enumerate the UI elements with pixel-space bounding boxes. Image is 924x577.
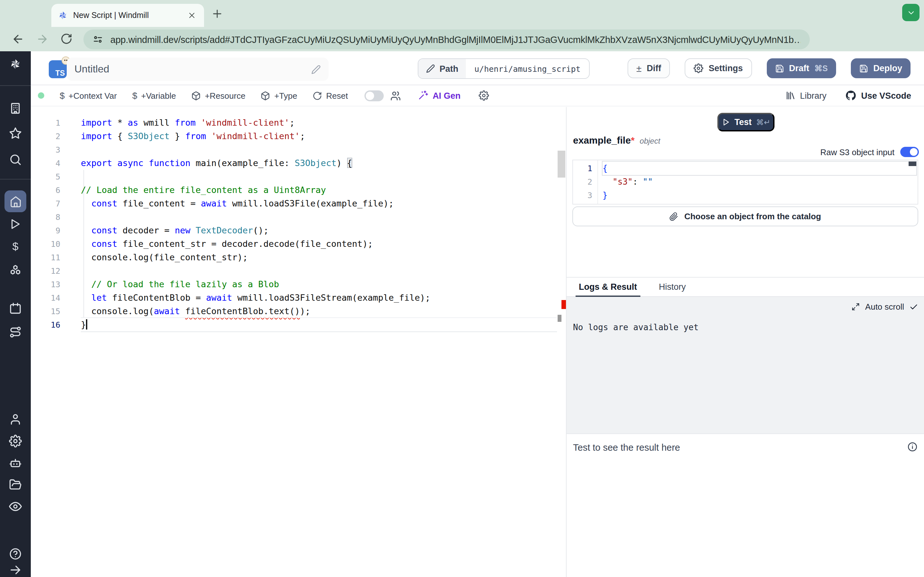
add-variable-button[interactable]: $ +Variable <box>132 90 176 101</box>
code-line-5[interactable]: 5 <box>31 170 557 183</box>
code-editor[interactable]: 1import * as wmill from 'windmill-client… <box>31 107 566 577</box>
line-content[interactable] <box>81 170 557 183</box>
script-name-value[interactable]: Untitled <box>74 63 311 75</box>
script-name-input[interactable]: Untitled <box>67 58 328 81</box>
library-button[interactable]: Library <box>785 90 827 101</box>
tab-close-icon[interactable] <box>186 10 198 21</box>
add-context-var-button[interactable]: $ +Context Var <box>60 90 117 101</box>
line-content[interactable]: } <box>81 318 557 332</box>
line-content[interactable]: export async function main(example_file:… <box>81 156 557 170</box>
sidebar-item-runs[interactable] <box>9 218 22 231</box>
line-content[interactable]: const decoder = new TextDecoder(); <box>81 224 557 237</box>
line-content[interactable]: let fileContentBlob = await wmill.loadS3… <box>81 291 557 305</box>
json-scrollbar-thumb[interactable] <box>909 161 916 166</box>
line-content[interactable]: // Load the entire file_content as a Uin… <box>81 183 557 197</box>
deploy-button[interactable]: Deploy <box>851 58 911 78</box>
tab-history[interactable]: History <box>658 277 687 297</box>
sidebar-item-account[interactable] <box>9 413 22 426</box>
browser-tab[interactable]: New Script | Windmill <box>51 4 204 27</box>
new-tab-button[interactable] <box>212 8 223 19</box>
sidebar-item-variables[interactable]: $ <box>9 240 22 253</box>
code-line-16[interactable]: 16} <box>31 318 557 332</box>
code-line-15[interactable]: 15 console.log(await fileContentBlob.tex… <box>31 305 557 318</box>
line-content[interactable] <box>81 264 557 277</box>
diff-mode-toggle[interactable] <box>365 90 384 101</box>
draft-button[interactable]: Draft ⌘S <box>766 58 836 78</box>
code-line-11[interactable]: 11 console.log(file_content_str); <box>31 251 557 264</box>
reset-button[interactable]: Reset <box>312 91 348 100</box>
sidebar-item-home[interactable] <box>5 190 26 212</box>
line-content[interactable]: "s3": "" <box>603 175 916 189</box>
s3-json-editor[interactable]: 1{2 "s3": ""3} <box>572 160 918 205</box>
code-line-3[interactable]: 3} <box>573 189 916 202</box>
url-bar[interactable]: app.windmill.dev/scripts/add#JTdCJTIyaGF… <box>83 29 810 49</box>
code-line-8[interactable]: 8 <box>31 210 557 224</box>
line-content[interactable]: import { S3Object } from 'windmill-clien… <box>81 129 557 143</box>
line-content[interactable]: import * as wmill from 'windmill-client'… <box>81 116 557 129</box>
code-lines[interactable]: 1import * as wmill from 'windmill-client… <box>31 116 557 332</box>
sidebar-item-schedules[interactable] <box>9 302 22 315</box>
tab-search-button[interactable] <box>902 4 919 21</box>
code-line-13[interactable]: 13 // Or load the file lazily as a Blob <box>31 277 557 291</box>
code-line-2[interactable]: 2import { S3Object } from 'windmill-clie… <box>31 129 557 143</box>
sidebar-item-workers[interactable] <box>9 456 22 469</box>
tab-logs-result[interactable]: Logs & Result <box>578 277 638 297</box>
users-icon[interactable] <box>390 90 401 101</box>
code-line-2[interactable]: 2 "s3": "" <box>573 175 916 189</box>
sidebar-item-settings[interactable] <box>9 435 22 448</box>
code-line-1[interactable]: 1import * as wmill from 'windmill-client… <box>31 116 557 129</box>
line-content[interactable]: } <box>603 189 916 202</box>
sidebar-item-folders[interactable] <box>9 478 22 491</box>
code-line-4[interactable]: 4export async function main(example_file… <box>31 156 557 170</box>
edit-name-pencil-icon[interactable] <box>311 64 321 74</box>
add-resource-button[interactable]: +Resource <box>191 91 245 100</box>
code-line-1[interactable]: 1{ <box>573 161 916 175</box>
test-button[interactable]: Test ⌘↵ <box>717 113 774 131</box>
code-line-14[interactable]: 14 let fileContentBlob = await wmill.loa… <box>31 291 557 305</box>
diff-button[interactable]: ± Diff <box>627 58 670 78</box>
line-content[interactable] <box>81 143 557 156</box>
line-content[interactable]: const file_content_str = decoder.decode(… <box>81 237 557 251</box>
path-label-section[interactable]: Path <box>418 59 466 78</box>
code-line-12[interactable]: 12 <box>31 264 557 277</box>
info-icon[interactable] <box>907 442 918 452</box>
help-icon[interactable] <box>9 548 22 560</box>
line-content[interactable]: const file_content = await wmill.loadS3F… <box>81 197 557 210</box>
settings-button[interactable]: Settings <box>685 58 752 78</box>
sidebar-item-resources[interactable] <box>9 264 22 277</box>
scrollbar-thumb[interactable] <box>557 151 565 177</box>
code-line-7[interactable]: 7 const file_content = await wmill.loadS… <box>31 197 557 210</box>
editor-settings-gear-icon[interactable] <box>478 90 489 101</box>
use-vscode-button[interactable]: Use VScode <box>846 90 911 101</box>
add-type-button[interactable]: +Type <box>261 91 297 100</box>
sidebar-item-audit[interactable] <box>9 500 22 513</box>
raw-s3-toggle[interactable] <box>900 147 919 157</box>
path-widget[interactable]: Path u/henri/amusing_script <box>418 58 590 79</box>
code-line-9[interactable]: 9 const decoder = new TextDecoder(); <box>31 224 557 237</box>
code-line-10[interactable]: 10 const file_content_str = decoder.deco… <box>31 237 557 251</box>
json-lines[interactable]: 1{2 "s3": ""3} <box>573 161 916 202</box>
code-line-3[interactable]: 3 <box>31 143 557 156</box>
forward-icon[interactable] <box>36 33 49 45</box>
favorites-star-icon[interactable] <box>9 127 22 140</box>
line-content[interactable] <box>81 210 557 224</box>
line-content[interactable]: console.log(await fileContentBlob.text()… <box>81 305 557 318</box>
expand-sidebar-icon[interactable] <box>9 564 22 576</box>
search-icon[interactable] <box>9 153 22 166</box>
path-value[interactable]: u/henri/amusing_script <box>466 59 589 78</box>
reload-icon[interactable] <box>60 33 73 45</box>
sidebar-item-flows[interactable] <box>9 326 22 338</box>
ai-gen-button[interactable]: AI Gen <box>418 90 460 101</box>
windmill-logo[interactable] <box>9 58 22 71</box>
workspace-building-icon[interactable] <box>9 102 22 115</box>
editor-scrollbar[interactable] <box>557 107 566 577</box>
url-text[interactable]: app.windmill.dev/scripts/add#JTdCJTIyaGF… <box>110 34 801 45</box>
line-content[interactable]: console.log(file_content_str); <box>81 251 557 264</box>
code-line-6[interactable]: 6// Load the entire file_content as a Ui… <box>31 183 557 197</box>
back-icon[interactable] <box>11 33 24 45</box>
line-content[interactable]: // Or load the file lazily as a Blob <box>81 277 557 291</box>
site-settings-icon[interactable] <box>92 34 103 45</box>
line-content[interactable]: { <box>603 161 916 175</box>
auto-scroll-control[interactable]: Auto scroll <box>852 302 918 311</box>
choose-object-button[interactable]: Choose an object from the catalog <box>572 206 918 226</box>
